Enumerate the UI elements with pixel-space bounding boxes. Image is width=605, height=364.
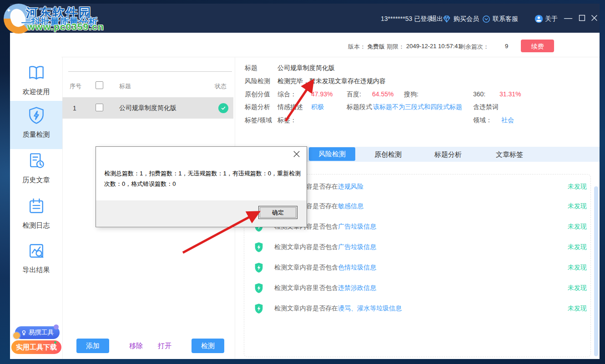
shield-check-icon — [254, 303, 263, 314]
detect-button[interactable]: 检测 — [192, 339, 224, 353]
info-title-label: 标题 — [245, 64, 257, 72]
check-status: 未发现 — [568, 202, 587, 210]
dialog-message: 检测总篇数：1，扣费篇数：1，无违规篇数：1，有违规篇数：0，重新检测次数：0，… — [104, 168, 302, 189]
history-icon — [26, 151, 46, 171]
column-header-status: 状态 — [215, 82, 227, 90]
format-value: 该标题不为三段式和四段式标题 — [373, 103, 462, 111]
remove-button[interactable]: 移除 — [129, 342, 143, 350]
dialog-close-icon[interactable] — [293, 150, 301, 159]
row-title: 公司规章制度简化版 — [119, 104, 176, 112]
check-status: 未发现 — [568, 304, 587, 313]
customer-service-icon — [482, 15, 491, 24]
sidebar-item-4[interactable]: 检测日志 — [10, 192, 62, 235]
sidebar-item-2[interactable]: 质量检测 — [10, 101, 62, 149]
account-status: 13*******53 已登录 — [381, 15, 433, 23]
check-keyword-link[interactable]: 敏感信息 — [338, 202, 363, 209]
select-all-checkbox[interactable] — [96, 81, 103, 89]
minimize-button[interactable]: — — [564, 14, 572, 22]
check-keyword-link[interactable]: 色情垃圾信息 — [338, 264, 376, 271]
renew-button[interactable]: 续费 — [521, 40, 554, 52]
banned-words-label: 含违禁词 — [473, 103, 499, 111]
tab-1[interactable]: 风险检测 — [309, 147, 355, 161]
check-status: 未发现 — [568, 243, 587, 251]
baidu-score: 64.55% — [372, 90, 393, 98]
shield-check-icon — [254, 262, 263, 273]
row-checkbox[interactable] — [96, 104, 103, 111]
result-dialog: 检测总篇数：1，扣费篇数：1，无违规篇数：1，有违规篇数：0，重新检测次数：0，… — [96, 146, 307, 227]
info-risk-label: 风险检测 — [245, 77, 270, 85]
info-title-analysis-label: 标题分析 — [245, 103, 270, 111]
check-row: 检测文章内容是否包含色情垃圾信息 未发现 — [244, 262, 590, 274]
shield-icon — [26, 105, 46, 125]
add-button[interactable]: 添加 — [76, 339, 109, 353]
column-header-title: 标题 — [119, 82, 131, 90]
check-row: 检测文章内容是否存在谩骂、灌水等垃圾信息 未发现 — [244, 303, 590, 315]
yizhuan-tools-button[interactable]: 易撰工具 — [15, 326, 60, 339]
status-success-icon — [218, 103, 228, 113]
check-keyword-link[interactable]: 违规风险 — [338, 183, 363, 190]
shield-check-icon — [254, 283, 263, 294]
info-originality-label: 原创分值 — [245, 90, 270, 99]
maximize-button[interactable] — [578, 14, 586, 23]
book-icon — [26, 63, 46, 83]
tab-4[interactable]: 文章标签 — [486, 148, 533, 161]
check-status: 未发现 — [568, 264, 587, 272]
sentiment-label: 情感描述 — [277, 103, 303, 111]
planet-decoration-icon — [13, 332, 20, 339]
divider — [61, 57, 600, 57]
baidu-label: 百度: — [347, 90, 361, 99]
contact-support-link[interactable]: 联系客服 — [493, 15, 518, 23]
dialog-footer: 确定 — [96, 200, 307, 226]
diamond-icon — [442, 15, 451, 24]
log-icon — [26, 196, 46, 216]
info-risk-value: 检测完毕，暂未发现文章存在违规内容 — [277, 77, 386, 85]
logout-link[interactable]: 退出 — [430, 15, 443, 23]
close-icon[interactable] — [590, 14, 598, 23]
check-keyword-link[interactable]: 谩骂、灌水等垃圾信息 — [338, 304, 402, 312]
overall-score: 47.93% — [311, 90, 333, 98]
row-index: 1 — [73, 105, 76, 112]
version-label: 版本： — [348, 43, 366, 51]
check-row: 检测文章内容里否包含违禁涉政信息 未发现 — [244, 282, 590, 295]
remaining-value: 9 — [505, 43, 508, 50]
tag-label: 标签： — [277, 116, 297, 125]
version-value: 免费版 — [367, 43, 385, 51]
ok-button[interactable]: 确定 — [258, 206, 297, 219]
column-header-index: 序号 — [70, 82, 81, 90]
check-keyword-link[interactable]: 广告垃圾信息 — [338, 243, 376, 250]
field-value: 社会 — [501, 116, 514, 125]
sidebar-item-5[interactable]: 导出结果 — [10, 236, 62, 280]
export-icon — [26, 241, 46, 261]
sidebar-item-3[interactable]: 历史文章 — [10, 146, 62, 190]
check-status: 未发现 — [568, 284, 587, 292]
remaining-label: 剩余篇次： — [459, 43, 489, 51]
deadline-label: 期限： — [387, 43, 404, 51]
desktop: { "watermark": { "site_name": "河东软件园", "… — [0, 0, 605, 364]
sogou-label: 搜狗: — [404, 90, 418, 99]
shield-check-icon — [254, 242, 263, 253]
watermark-site-url: www.pc0359.cn — [27, 21, 104, 32]
about-link[interactable]: 关于 — [545, 15, 558, 23]
check-status: 未发现 — [568, 223, 587, 231]
sidebar-item-1[interactable]: 欢迎使用 — [10, 58, 62, 102]
user-icon — [534, 14, 543, 23]
tab-3[interactable]: 标题分析 — [425, 148, 471, 161]
check-row: 检测文章内容是否包含广告垃圾信息 未发现 — [244, 241, 590, 254]
sentiment-value: 积极 — [311, 103, 324, 111]
overall-label: 综合： — [277, 90, 297, 99]
info-tag-field-label: 标签/领域 — [245, 116, 272, 125]
badge-decoration — [54, 324, 59, 329]
magnifier-person-icon — [21, 330, 27, 336]
format-label: 标题段式 — [347, 103, 372, 111]
check-status: 未发现 — [568, 183, 587, 191]
deadline-value: 2049-12-21 10:57:41 — [406, 43, 461, 50]
divider — [68, 71, 232, 72]
open-button[interactable]: 打开 — [158, 342, 171, 350]
buy-vip-link[interactable]: 购买会员 — [454, 15, 479, 23]
tab-2[interactable]: 原创检测 — [365, 148, 411, 161]
check-keyword-link[interactable]: 违禁涉政信息 — [338, 284, 376, 291]
scrollbar[interactable] — [594, 186, 598, 356]
s360-label: 360: — [473, 90, 485, 98]
check-keyword-link[interactable]: 广告垃圾信息 — [338, 223, 376, 230]
dot-decoration — [54, 341, 56, 344]
